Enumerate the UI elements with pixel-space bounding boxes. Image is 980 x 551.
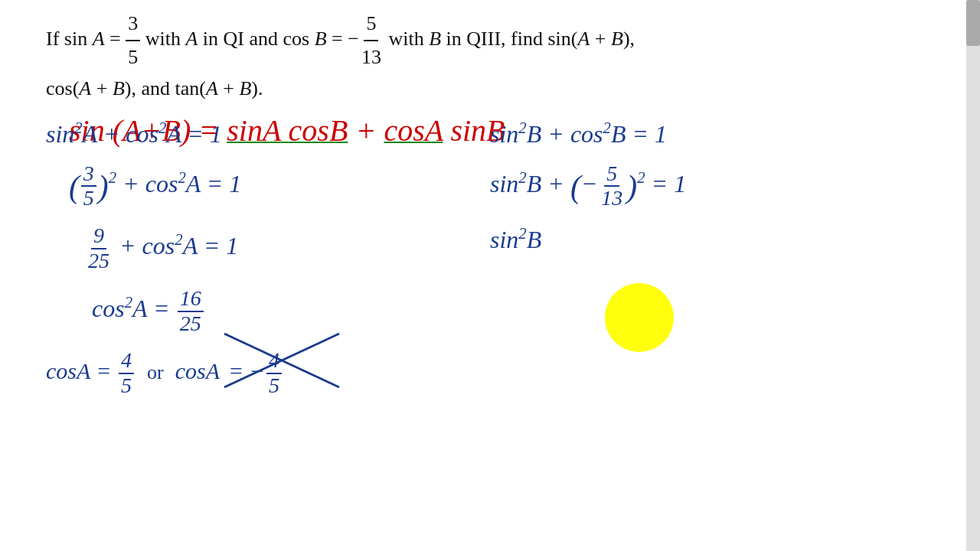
left-line3: 925 + cos2A = 1 bbox=[84, 224, 283, 273]
crossout-svg bbox=[220, 330, 374, 391]
left-line2: (35)2 + cos2A = 1 bbox=[69, 162, 283, 211]
svg-line-0 bbox=[224, 334, 339, 387]
problem-line2: cos(A + B), and tan(A + B). bbox=[46, 77, 263, 99]
yellow-highlight-circle bbox=[605, 283, 674, 352]
scrollbar[interactable] bbox=[966, 0, 980, 551]
left-math-column: sin2A + cos2A = 1 (35)2 + cos2A = 1 925 … bbox=[46, 119, 283, 412]
left-line1: sin2A + cos2A = 1 bbox=[46, 119, 283, 148]
right-line2: sin2B + (−513)2 = 1 bbox=[490, 162, 686, 211]
scrollbar-thumb[interactable] bbox=[966, 0, 980, 46]
problem-statement: If sin A = 35 with A in QI and cos B = −… bbox=[46, 8, 934, 105]
left-line5: cosA = 45 or cosA = −45 bbox=[46, 349, 283, 398]
left-line4: cos2A = 1625 bbox=[92, 287, 283, 336]
problem-line1: If sin A = 35 with A in QI and cos B = −… bbox=[46, 28, 635, 50]
right-line1: sin2B + cos2B = 1 bbox=[490, 119, 686, 148]
svg-line-1 bbox=[224, 334, 339, 387]
right-line3: sin2B bbox=[490, 224, 686, 254]
right-math-column: sin2B + cos2B = 1 sin2B + (−513)2 = 1 si… bbox=[490, 119, 686, 268]
